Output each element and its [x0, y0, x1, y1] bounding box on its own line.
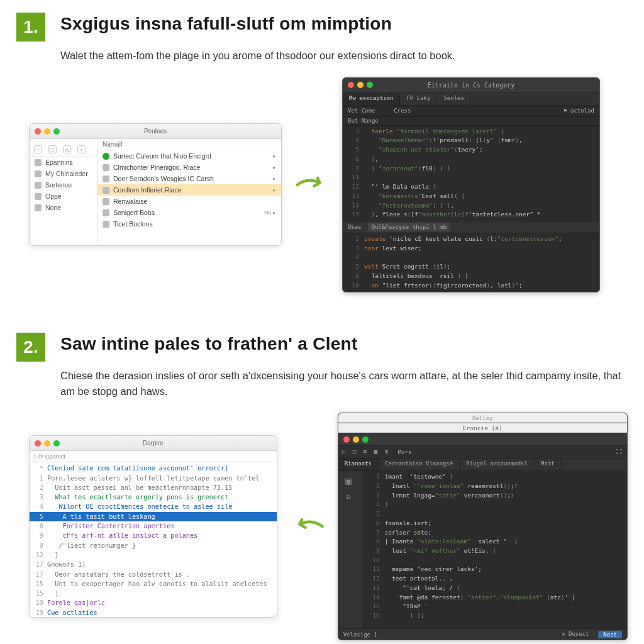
code-line[interactable]: 7 } "serareout"(fl0) { }: [343, 164, 599, 174]
code-line[interactable]: 4}: [364, 500, 627, 509]
close-icon[interactable]: [343, 436, 350, 443]
code-line[interactable]: 2 Uoit asct pessei anl be meactlenrnnoap…: [30, 483, 277, 492]
tool-icon[interactable]: ▦: [374, 448, 381, 455]
finder-row[interactable]: Doer Seradon's Wesgles IC Carsh▸: [97, 173, 281, 184]
code-line[interactable]: 7serlser sote;: [364, 528, 627, 538]
editor-tab[interactable]: Mait: [535, 458, 562, 470]
code-line[interactable]: 12 "' lm Dala oatle {: [343, 182, 599, 192]
code-editor-dark-1[interactable]: Eitraite in Cs Categery Mw exxcaption FP…: [342, 77, 600, 292]
finder-row[interactable]: Conillorn Infleriet.Riace▸: [97, 184, 281, 196]
code-line[interactable]: 12 }: [30, 550, 277, 560]
finder-main[interactable]: Namall Surtect Culeum that Niob Encigrd▸…: [97, 139, 281, 245]
code-line[interactable]: 5 "shapceh ast otioter"(tnery';: [343, 145, 599, 155]
code-line[interactable]: *Cleniod sate com tatatiisone ascoonot' …: [30, 464, 277, 473]
code-panel-bottom[interactable]: 2posate 'nicle cE kest wlate cusic (l:"c…: [343, 233, 599, 291]
editor-split-tabs[interactable]: Dkas Oul&Fuscyse thip1 l mb: [343, 221, 599, 233]
editor-toolbar[interactable]: ▷ □ ≡ ▦ ⊞ Mors ⛶: [338, 446, 627, 458]
code-line[interactable]: 15 Unt to exopertager hao alv conotis to…: [30, 579, 277, 589]
close-icon[interactable]: [348, 82, 354, 88]
code-line[interactable]: 17 Oeór anstatars the coldsetrott is .: [30, 570, 277, 579]
code-line[interactable]: 14 famt @da fernstet( "aetier"."nlunpani…: [364, 593, 627, 602]
code-line[interactable]: 9 cFfs arf-nt atlle insloct a polanes: [30, 531, 277, 540]
editor-tab[interactable]: Rlugnl arcounmodsl: [460, 458, 535, 470]
code-line[interactable]: 4 "NaneamThoner":!'prodaoll: [l(y' (fomr…: [343, 136, 599, 145]
code-line[interactable]: 5: [364, 509, 627, 519]
code-line[interactable]: 14 "festeroutoamm": { },: [343, 201, 599, 211]
code-line[interactable]: 3hoar lext wiser;: [343, 244, 599, 253]
back-icon[interactable]: ‹: [34, 145, 42, 153]
finder-row[interactable]: Ticet Buclons: [97, 218, 281, 230]
files-icon[interactable]: ▣: [345, 475, 355, 485]
code-line[interactable]: 11: [343, 173, 599, 182]
finder-row[interactable]: Senigert BobsNo ▸: [97, 207, 281, 218]
tool-icon[interactable]: □: [353, 448, 360, 455]
close-icon[interactable]: [35, 440, 41, 447]
code-line[interactable]: 2posate 'nicle cE kest wlate cusic (l:"c…: [343, 235, 599, 244]
up-icon[interactable]: △: [63, 145, 71, 153]
tool-icon[interactable]: ≡: [364, 448, 370, 455]
code-line[interactable]: 6 Taltiteli bexdous rsil ( |: [343, 272, 599, 281]
light-editor-titlebar[interactable]: Darpire: [30, 436, 277, 451]
minimize-icon[interactable]: [44, 128, 50, 135]
code-line[interactable]: 1Porn.lesee aclaters w} loffell letitpet…: [30, 474, 277, 483]
code-line[interactable]: 16 } };: [364, 611, 627, 621]
activity-bar[interactable]: ▣ ⌕: [338, 471, 364, 628]
editor-titlebar[interactable]: [338, 433, 627, 446]
code-line[interactable]: 5welt Scret eogrstt (il);: [343, 262, 599, 272]
editor-titlebar[interactable]: Eitraite in Cs Categery: [343, 78, 599, 93]
footer-button[interactable]: Nost: [598, 631, 622, 638]
editor-footer[interactable]: Velasige ] ⊘ Desect : Nost: [338, 628, 627, 640]
light-editor-tabrow[interactable]: ○ /Y Gparect: [30, 451, 277, 462]
code-line[interactable]: 4 Wilort OE ccoctEmences onetecie to asl…: [30, 502, 277, 511]
sidebar-item[interactable]: Epannins: [30, 157, 97, 168]
code-line[interactable]: 19Cwe octlaties: [30, 608, 277, 618]
code-line[interactable]: 3 lrmnt lngag="satie" vercoomort();}: [364, 491, 627, 501]
code-panel-top[interactable]: 3 toerle "formanil tmerangede larerl" {4…: [343, 126, 599, 221]
close-icon[interactable]: [35, 128, 41, 135]
zoom-icon[interactable]: [367, 82, 373, 88]
editor-tab[interactable]: FP Laky: [400, 93, 437, 105]
code-line[interactable]: 9 /"liect retonumger }: [30, 541, 277, 550]
code-line[interactable]: 1imant 'testowne" {: [364, 472, 627, 482]
zoom-icon[interactable]: [362, 436, 369, 443]
code-line[interactable]: 3 What tes ecactlsarte orgeriy poos is g…: [30, 492, 277, 502]
finder-row[interactable]: Clmichonter Pinenigoo, Riace▸: [97, 162, 281, 173]
code-line[interactable]: 5 A tls tasit butt leskang: [30, 512, 277, 521]
code-line[interactable]: 13 "koramestis"Esof sall( {: [343, 192, 599, 201]
editor-tab[interactable]: Cernantaiso Vinongsé: [379, 458, 460, 470]
minimize-icon[interactable]: [353, 436, 359, 443]
editor-tab[interactable]: Seoles: [437, 93, 471, 105]
code-line[interactable]: 19Forele gas|orlc: [30, 598, 277, 608]
light-code-panel[interactable]: *Cleniod sate com tatatiisone ascoonot' …: [30, 462, 277, 618]
code-line[interactable]: 10: [364, 556, 627, 565]
search-icon[interactable]: ⌕: [345, 491, 355, 501]
tool-icon[interactable]: ⊞: [385, 448, 392, 455]
code-panel[interactable]: 1imant 'testowne" {2 Inatl "'rnoe'ionlae…: [364, 471, 627, 622]
code-line[interactable]: 10 on "liet frtsror(:figircoroctood), lo…: [343, 281, 599, 291]
sidebar-item[interactable]: Sortence: [30, 179, 97, 191]
finder-titlebar[interactable]: Peulees: [30, 124, 281, 139]
editor-tab[interactable]: Mw exxcaption: [343, 93, 400, 105]
zoom-icon[interactable]: [53, 128, 60, 135]
code-line[interactable]: 4: [343, 253, 599, 262]
code-line[interactable]: 2 Inatl "'rnoe'ionlae" rememrostl();!: [364, 482, 627, 491]
minimize-icon[interactable]: [357, 82, 364, 88]
finder-window[interactable]: Peulees ‹ □ △ › Epannins My Chinaleder S…: [29, 123, 282, 246]
sidebar-item[interactable]: None: [30, 202, 97, 213]
code-line[interactable]: 12 teot artootal.. ,: [364, 574, 627, 584]
code-line[interactable]: 13 "'cet loela; / {: [364, 584, 627, 593]
finder-row[interactable]: Surtect Culeum that Niob Encigrd▸: [97, 150, 281, 162]
code-line[interactable]: 15 ): [30, 589, 277, 598]
tool-label[interactable]: Mors: [398, 449, 412, 455]
code-line[interactable]: 11 mspame "vec ctrer lacks';: [364, 565, 627, 574]
code-line[interactable]: 15 "T8aP ': [364, 602, 627, 611]
code-line[interactable]: 6foonsle.isrt;: [364, 519, 627, 528]
editor-tabs[interactable]: Rianoots Cernantaiso Vinongsé Rlugnl arc…: [338, 458, 627, 471]
forward-icon[interactable]: ›: [77, 145, 86, 153]
finder-row[interactable]: Renwalaise: [97, 196, 281, 207]
code-line[interactable]: 17Gnowors 1): [30, 560, 277, 569]
sidebar-item[interactable]: Oppe: [30, 191, 97, 202]
code-line[interactable]: 3 toerle "formanil tmerangede larerl" {: [343, 127, 599, 136]
tool-icon[interactable]: ⛶: [616, 448, 623, 455]
sidebar-item[interactable]: My Chinaleder: [30, 168, 97, 179]
